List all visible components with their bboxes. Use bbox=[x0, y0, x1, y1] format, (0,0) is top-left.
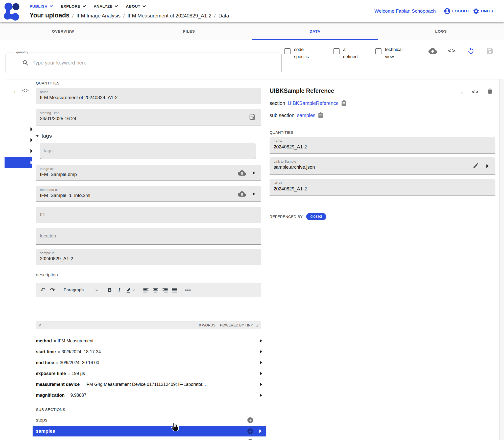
detail-name-field[interactable]: name 20240829_A1-2 bbox=[270, 137, 495, 153]
expand-lane-button[interactable]: → bbox=[10, 87, 17, 95]
clipboard-icon[interactable] bbox=[341, 100, 347, 106]
subsection-row-samples[interactable]: samples bbox=[33, 426, 266, 436]
tab-files[interactable]: FILES bbox=[126, 22, 252, 40]
resize-handle-icon[interactable] bbox=[255, 324, 258, 327]
add-subsection-icon[interactable] bbox=[247, 428, 254, 435]
logout-button[interactable]: LOGOUT bbox=[444, 8, 469, 15]
breadcrumb-item[interactable]: IFM Measurement of 20240829_A1-2 bbox=[128, 13, 211, 19]
reload-button[interactable] bbox=[466, 46, 476, 56]
sample-id-field[interactable]: sample id 20240829_A1-2 bbox=[36, 249, 261, 265]
align-justify-button[interactable] bbox=[170, 285, 179, 295]
name-field[interactable]: name IFM Measurement of 20240829_A1-2 bbox=[36, 88, 261, 104]
text-color-button[interactable] bbox=[124, 285, 137, 295]
expand-caret-icon[interactable] bbox=[253, 171, 255, 175]
tab-data[interactable]: DATA bbox=[252, 22, 378, 40]
expand-caret-icon[interactable] bbox=[260, 339, 262, 343]
property-row-magnification[interactable]: magnification = 9.98687 bbox=[36, 390, 263, 401]
editor-content-area[interactable] bbox=[36, 297, 261, 321]
expand-caret-icon[interactable] bbox=[260, 372, 262, 375]
scrollbar-track[interactable] bbox=[499, 79, 504, 440]
goto-reference-button[interactable]: → bbox=[457, 88, 464, 96]
calendar-icon[interactable] bbox=[249, 114, 256, 120]
breadcrumb-item-current: Data bbox=[219, 13, 229, 19]
expand-caret-icon[interactable] bbox=[253, 192, 255, 196]
powered-by-tiny[interactable]: POWERED BY TINY bbox=[220, 323, 253, 327]
lane-json-button[interactable]: <> bbox=[22, 88, 29, 93]
starting-time-field[interactable]: starting Time 24/01/2025 16:24 bbox=[36, 109, 261, 125]
property-row-exposure-time[interactable]: exposure time = 199 μs bbox=[36, 368, 263, 379]
more-toolbar-button[interactable] bbox=[183, 285, 193, 295]
units-button[interactable]: UNITS bbox=[473, 8, 493, 15]
nomad-logo[interactable] bbox=[4, 2, 20, 21]
field-label: Link to Sample bbox=[270, 157, 495, 163]
align-right-button[interactable] bbox=[160, 285, 170, 295]
nav-explore-label: EXPLORE bbox=[61, 4, 80, 9]
id-field[interactable]: ID bbox=[36, 207, 261, 223]
element-path[interactable]: P bbox=[39, 323, 41, 327]
checkbox-code-specific[interactable]: code specific bbox=[284, 46, 316, 60]
edit-pencil-icon[interactable] bbox=[473, 162, 479, 169]
add-subsection-icon[interactable] bbox=[247, 417, 254, 424]
nav-selected-row[interactable] bbox=[5, 157, 32, 168]
subsection-link[interactable]: samples bbox=[297, 113, 316, 118]
link-to-sample-field[interactable]: Link to Sample sample.archive.json bbox=[270, 157, 495, 174]
subsection-row-steps[interactable]: steps bbox=[33, 415, 266, 425]
tab-logs[interactable]: LOGS bbox=[378, 22, 504, 40]
nav-explore[interactable]: EXPLORE bbox=[61, 4, 86, 9]
quantity-search-field[interactable]: quantity Type your keyword here bbox=[6, 53, 282, 73]
expand-caret-icon[interactable] bbox=[260, 383, 262, 386]
section-link[interactable]: UIBKSampleReference bbox=[288, 100, 339, 106]
detail-json-button[interactable]: <> bbox=[472, 89, 479, 95]
field-value: IFM_Sample_1_info.xml bbox=[36, 192, 261, 198]
cloud-upload-icon[interactable] bbox=[238, 169, 246, 177]
section-line: section UIBKSampleReference bbox=[270, 100, 347, 106]
nav-caret-icon[interactable] bbox=[30, 138, 32, 142]
tab-overview[interactable]: OVERVIEW bbox=[0, 22, 126, 40]
cloud-upload-icon[interactable] bbox=[238, 190, 246, 198]
user-name-link[interactable]: Fabian Schöppach bbox=[396, 8, 436, 14]
expand-caret-icon[interactable] bbox=[486, 164, 489, 168]
units-label: UNITS bbox=[481, 9, 493, 13]
add-subsection-icon[interactable] bbox=[247, 438, 254, 440]
property-row-start-time[interactable]: start time = 30/9/2024, 18:17:34 bbox=[36, 346, 263, 357]
location-field[interactable]: location bbox=[36, 228, 261, 245]
metadata-file-field[interactable]: metadata file IFM_Sample_1_info.xml bbox=[36, 186, 261, 202]
subsection-row-measurement-identifiers[interactable]: measurement identifiers bbox=[33, 437, 266, 440]
json-view-button[interactable]: <> bbox=[447, 46, 457, 56]
italic-button[interactable]: I bbox=[114, 285, 124, 295]
save-button[interactable] bbox=[485, 46, 495, 56]
property-value: 199 μs bbox=[71, 371, 85, 376]
property-row-end-time[interactable]: end time = 30/9/2024, 20:16:00 bbox=[36, 357, 263, 368]
breadcrumb-root[interactable]: Your uploads bbox=[30, 12, 69, 19]
redo-icon[interactable]: ↷ bbox=[48, 285, 57, 295]
align-left-button[interactable] bbox=[141, 285, 151, 295]
expand-caret-icon[interactable] bbox=[260, 393, 262, 397]
property-row-method[interactable]: method = IFM Measurement bbox=[36, 336, 263, 346]
tags-section-toggle[interactable]: tags bbox=[36, 133, 52, 139]
clipboard-icon[interactable] bbox=[318, 112, 323, 119]
align-center-button[interactable] bbox=[151, 285, 160, 295]
lab-id-field[interactable]: lab id 20240829_A1-2 bbox=[270, 179, 495, 195]
delete-subsection-button[interactable] bbox=[487, 88, 493, 95]
nav-about[interactable]: ABOUT bbox=[126, 4, 146, 9]
bold-button[interactable]: B bbox=[105, 285, 114, 295]
breadcrumb-item[interactable]: IFM Image Analysis bbox=[76, 13, 121, 19]
expand-caret-icon[interactable] bbox=[259, 429, 262, 433]
nav-publish[interactable]: PUBLISH bbox=[30, 4, 53, 9]
field-label: metadata file bbox=[36, 186, 261, 192]
image-file-field[interactable]: image file IFM_Sample.bmp bbox=[36, 165, 261, 181]
expand-caret-icon[interactable] bbox=[260, 350, 262, 354]
paragraph-style-select[interactable]: Paragraph bbox=[61, 285, 101, 295]
nav-caret-icon[interactable] bbox=[30, 127, 32, 131]
expand-caret-icon[interactable] bbox=[260, 361, 262, 364]
undo-icon[interactable]: ↶ bbox=[38, 285, 48, 295]
tags-input-field[interactable]: tags bbox=[40, 143, 256, 159]
checkbox-all-defined[interactable]: all defined bbox=[333, 46, 363, 60]
referenced-by-chip[interactable]: closed bbox=[306, 213, 326, 220]
property-row-measurement-device[interactable]: measurement device = IFM G4g Measurement… bbox=[36, 379, 263, 390]
nav-analyze[interactable]: ANALYZE bbox=[94, 4, 118, 9]
download-archive-button[interactable] bbox=[428, 46, 438, 56]
align-right-icon bbox=[162, 288, 168, 293]
nav-caret-icon[interactable] bbox=[30, 149, 32, 153]
checkbox-technical-view[interactable]: technical view bbox=[375, 46, 408, 60]
